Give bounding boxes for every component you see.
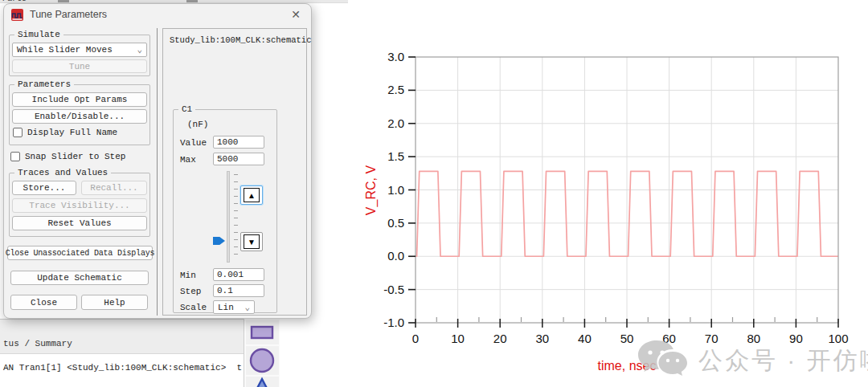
simulate-mode-select[interactable]: While Slider Moves ⌄ [12,43,147,57]
y-tick-label: 1.0 [366,183,404,197]
close-icon[interactable]: ✕ [289,8,303,21]
step-label: Step [180,287,201,296]
scale-value: Lin [218,303,234,312]
close-unassociated-button[interactable]: Close Unassociated Data Displays [7,246,153,260]
watermark: 公众号 · 开仿啦 [637,339,868,382]
slider-track[interactable] [227,171,230,263]
checkbox-icon [10,152,20,161]
max-field[interactable] [213,153,264,165]
design-name: Study_lib:100M_CLK:schematic [170,35,311,45]
display-full-name-label: Display Full Name [27,128,117,137]
tune-slider: ▲ ▼ [174,168,278,264]
x-tick-label: 20 [484,332,516,345]
dialog-splitter[interactable] [157,28,158,316]
tune-parameters-dialog: Tune Parameters ✕ Simulate While Slider … [3,3,312,319]
min-label: Min [180,271,196,280]
parameters-group-label: Parameters [14,79,74,89]
tune-icon [11,9,23,21]
tuner-panel: Study_lib:100M_CLK:schematic C1 (nF) Val… [162,28,307,316]
y-tick-label: 2.0 [366,116,404,130]
step-field[interactable] [213,284,264,297]
simulate-group-label: Simulate [14,30,63,39]
y-tick-label: 1.5 [366,149,404,163]
checkbox-icon [13,128,23,137]
x-tick-label: 40 [568,332,600,345]
min-field[interactable] [213,268,264,281]
value-label: Value [180,138,207,148]
chevron-down-icon: ⌄ [137,47,142,52]
y-tick-label: -0.5 [366,283,404,296]
slider-handle[interactable] [213,237,225,245]
unit-label: (nF) [187,120,208,129]
display-full-name-checkbox[interactable]: Display Full Name [13,128,117,137]
wechat-icon [637,339,689,382]
c1-group-label: C1 [178,104,195,114]
chevron-down-icon: ⌄ [244,305,250,310]
update-schematic-button[interactable]: Update Schematic [10,271,149,285]
recall-button[interactable]: Recall... [81,181,147,195]
y-tick-label: 3.0 [366,50,404,63]
y-tick-label: 2.5 [366,83,404,96]
x-tick-label: 30 [526,332,559,345]
slider-down-button[interactable]: ▼ [240,232,263,251]
y-tick-label: 0.0 [366,249,404,263]
help-button[interactable]: Help [81,295,148,310]
down-arrow-icon: ▼ [244,234,260,249]
c1-group: C1 (nF) Value Max ▲ ▼ Min Step [173,109,277,313]
scale-select[interactable]: Lin ⌄ [213,300,255,314]
tune-button[interactable]: Tune [12,59,147,73]
store-button[interactable]: Store... [12,181,76,195]
slider-up-button[interactable]: ▲ [240,185,263,205]
x-tick-label: 0 [399,332,432,345]
traces-values-group-label: Traces and Values [14,168,111,177]
reset-values-button[interactable]: Reset Values [12,216,147,230]
dialog-title: Tune Parameters [30,9,107,20]
max-label: Max [180,155,196,165]
up-arrow-icon: ▲ [244,188,260,202]
close-button[interactable]: Close [10,295,77,310]
y-tick-label: -1.0 [366,316,404,329]
include-opt-params-button[interactable]: Include Opt Params [12,92,147,107]
x-tick-label: 10 [442,332,474,345]
watermark-text: 公众号 · 开仿啦 [698,344,868,377]
slider-tick-marks [234,174,238,259]
enable-disable-button[interactable]: Enable/Disable... [12,109,147,124]
snap-slider-label: Snap Slider to Step [25,152,125,161]
simulate-mode-value: While Slider Moves [17,45,113,55]
y-tick-label: 0.5 [366,216,404,230]
dialog-titlebar[interactable]: Tune Parameters ✕ [4,4,311,25]
value-field[interactable] [213,136,264,149]
snap-slider-checkbox[interactable]: Snap Slider to Step [10,152,125,161]
trace-visibility-button[interactable]: Trace Visibility... [12,198,147,213]
scale-label: Scale [180,303,207,312]
